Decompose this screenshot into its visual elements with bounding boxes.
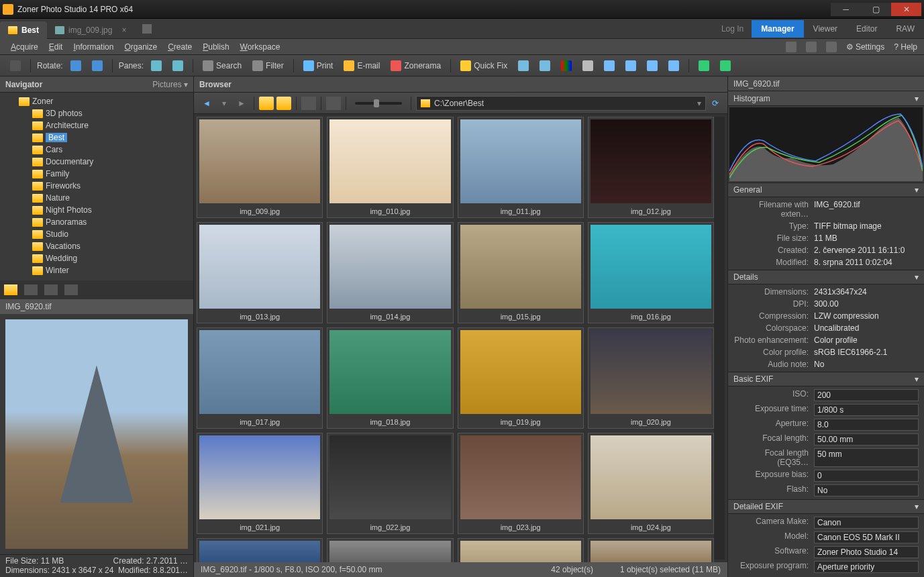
tool-h2[interactable] xyxy=(536,58,554,73)
thumbnail[interactable]: img_020.jpg xyxy=(588,327,714,429)
thumbnail[interactable]: img_011.jpg xyxy=(458,117,584,218)
tab-image[interactable]: img_009.jpg × xyxy=(47,21,134,39)
thumbnail[interactable]: img_018.jpg xyxy=(327,327,453,429)
property-value[interactable]: 8.0 xyxy=(814,419,919,431)
back-drop-button[interactable]: ▾ xyxy=(217,96,232,111)
property-value[interactable]: 200 xyxy=(814,389,919,401)
tool-rainbow[interactable] xyxy=(558,58,575,73)
tool-h5[interactable] xyxy=(601,58,618,73)
tree-root[interactable]: Zoner xyxy=(0,95,193,107)
thumbnail[interactable]: img_012.jpg xyxy=(588,117,714,218)
tree-folder[interactable]: Architecture xyxy=(0,119,193,132)
tree-btn-1[interactable] xyxy=(4,284,17,295)
property-value[interactable]: 1/800 s xyxy=(814,404,919,416)
tree-folder[interactable]: Vacations xyxy=(0,240,193,252)
tool-h1[interactable] xyxy=(515,58,532,73)
thumbnail[interactable]: img_023.jpg xyxy=(458,433,584,534)
histogram-header[interactable]: Histogram▾ xyxy=(728,91,924,106)
tree-folder[interactable]: Documentary xyxy=(0,156,193,168)
pane2-button[interactable] xyxy=(169,58,187,73)
globe-icon[interactable] xyxy=(826,42,837,52)
thumbnail[interactable]: img_019.jpg xyxy=(458,327,584,429)
mode-viewer[interactable]: Viewer xyxy=(804,20,847,38)
section-header[interactable]: Detailed EXIF▾ xyxy=(728,499,924,514)
tree-folder[interactable]: Best xyxy=(0,132,193,144)
thumbnail[interactable] xyxy=(197,538,323,562)
zonerama-button[interactable]: Zonerama xyxy=(387,58,444,73)
menu-organize[interactable]: Organize xyxy=(120,41,161,53)
email-button[interactable]: E-mail xyxy=(340,58,383,73)
camera-button[interactable] xyxy=(7,58,24,73)
filter-button[interactable]: Filter xyxy=(249,58,287,73)
sort-button[interactable] xyxy=(301,97,316,110)
tree-folder[interactable]: Night Photos xyxy=(0,204,193,216)
thumbnail[interactable] xyxy=(327,538,453,562)
rotate-left-button[interactable] xyxy=(67,58,85,73)
menu-edit[interactable]: Edit xyxy=(45,41,67,53)
menu-workspace[interactable]: Workspace xyxy=(236,41,285,53)
property-value[interactable]: No xyxy=(814,484,919,496)
tree-btn-2[interactable] xyxy=(24,284,38,295)
thumbnail[interactable]: img_009.jpg xyxy=(197,117,323,218)
thumbnail[interactable]: img_024.jpg xyxy=(588,433,714,534)
pane1-button[interactable] xyxy=(148,58,165,73)
thumbnail[interactable]: img_021.jpg xyxy=(197,433,323,534)
tree-folder[interactable]: Panoramas xyxy=(0,216,193,228)
scrollbar[interactable] xyxy=(714,117,725,560)
menu-acquire[interactable]: Acquire xyxy=(7,41,42,53)
refresh-button[interactable]: ⟳ xyxy=(709,97,722,110)
forward-button[interactable]: ► xyxy=(234,96,249,111)
tree-folder[interactable]: Family xyxy=(0,168,193,180)
mode-editor[interactable]: Editor xyxy=(847,20,886,38)
thumbnail[interactable]: img_013.jpg xyxy=(197,222,323,323)
close-tab-icon[interactable]: × xyxy=(121,25,126,35)
tree-folder[interactable]: 3D photos xyxy=(0,107,193,119)
quickfix-button[interactable]: Quick Fix xyxy=(457,58,511,73)
thumbnail[interactable]: img_015.jpg xyxy=(458,222,584,323)
thumbnail[interactable] xyxy=(588,538,714,562)
thumbnail[interactable]: img_014.jpg xyxy=(327,222,453,323)
thumbnail[interactable]: img_016.jpg xyxy=(588,222,714,323)
tool-h8[interactable] xyxy=(665,58,682,73)
login-link[interactable]: Log In xyxy=(713,24,752,34)
search-button[interactable]: Search xyxy=(199,58,245,73)
tree-folder[interactable]: Fireworks xyxy=(0,180,193,192)
close-button[interactable]: ✕ xyxy=(891,3,921,16)
maximize-button[interactable]: ▢ xyxy=(861,3,891,16)
mode-raw[interactable]: RAW xyxy=(886,20,924,38)
menu-information[interactable]: Information xyxy=(69,41,117,53)
fav-folder-button[interactable] xyxy=(276,97,291,110)
up-folder-button[interactable] xyxy=(259,97,274,110)
thumbnail[interactable]: img_022.jpg xyxy=(327,433,453,534)
property-value[interactable]: 50 mm xyxy=(814,448,919,467)
tree-btn-3[interactable] xyxy=(44,284,58,295)
thumbnail[interactable] xyxy=(458,538,584,562)
property-value[interactable]: 0 xyxy=(814,470,919,482)
thumbnail[interactable]: img_017.jpg xyxy=(197,327,323,429)
navigator-dropdown[interactable]: Pictures ▾ xyxy=(152,80,188,89)
tool-h7[interactable] xyxy=(644,58,661,73)
settings-link[interactable]: ⚙ Settings xyxy=(846,42,885,52)
thumb-size-slider[interactable] xyxy=(355,102,402,105)
property-value[interactable]: Aperture priority xyxy=(814,561,919,573)
property-value[interactable]: Canon EOS 5D Mark II xyxy=(814,531,919,543)
help-link[interactable]: ? Help xyxy=(894,42,917,52)
mode-manager[interactable]: Manager xyxy=(752,20,803,38)
print-button[interactable]: Print xyxy=(300,58,337,73)
tree-folder[interactable]: Studio xyxy=(0,228,193,240)
badge-icon[interactable] xyxy=(806,42,817,52)
tree-folder[interactable]: Winter xyxy=(0,264,193,276)
tool-g1[interactable] xyxy=(695,58,713,73)
tool-h6[interactable] xyxy=(622,58,639,73)
tree-btn-4[interactable] xyxy=(64,284,78,295)
mail-icon[interactable] xyxy=(786,42,797,52)
tool-h4[interactable] xyxy=(579,58,597,73)
section-header[interactable]: Basic EXIF▾ xyxy=(728,372,924,386)
minimize-button[interactable]: ─ xyxy=(831,3,861,16)
section-header[interactable]: Details▾ xyxy=(728,270,924,284)
edit-icon[interactable] xyxy=(142,24,152,34)
rotate-right-button[interactable] xyxy=(89,58,106,73)
menu-create[interactable]: Create xyxy=(164,41,196,53)
thumbnail[interactable]: img_010.jpg xyxy=(327,117,453,218)
view-button[interactable] xyxy=(326,97,341,110)
